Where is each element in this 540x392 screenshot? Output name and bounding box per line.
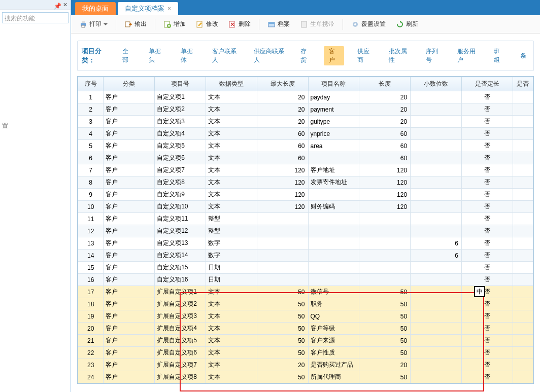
cell[interactable] xyxy=(411,298,462,310)
cell[interactable] xyxy=(513,128,533,140)
cell[interactable]: 文本 xyxy=(206,347,257,359)
cell[interactable]: 发票寄件地址 xyxy=(308,176,359,189)
cell[interactable]: 客户 xyxy=(104,286,155,298)
cell[interactable] xyxy=(411,140,462,152)
cell[interactable]: 否 xyxy=(461,359,513,371)
cell[interactable]: 客户 xyxy=(104,128,155,140)
delete-button[interactable]: 删除 xyxy=(224,19,255,29)
category-customer[interactable]: 客户 xyxy=(324,46,344,65)
cell[interactable] xyxy=(411,189,462,201)
cell[interactable] xyxy=(513,152,533,164)
cell[interactable]: 120 xyxy=(257,164,308,176)
cell[interactable]: 14 xyxy=(78,250,104,262)
col-dtype[interactable]: 数据类型 xyxy=(206,77,257,91)
cell[interactable]: 所属代理商 xyxy=(308,371,359,383)
cover-settings-button[interactable]: 覆盖设置 xyxy=(347,19,390,29)
cell[interactable]: 自定义项14 xyxy=(155,250,206,262)
cell[interactable]: 50 xyxy=(359,347,411,359)
sidebar-item[interactable]: 置 xyxy=(0,106,71,137)
cell[interactable]: area xyxy=(308,140,359,152)
cell[interactable]: 12 xyxy=(78,225,104,237)
cell[interactable]: 否 xyxy=(461,189,513,201)
cell[interactable]: 文本 xyxy=(206,91,257,103)
cell[interactable]: 自定义项10 xyxy=(155,201,206,213)
cell[interactable]: 微信号 xyxy=(308,286,359,298)
cell[interactable]: 20 xyxy=(257,103,308,116)
cell[interactable]: 2 xyxy=(78,103,104,116)
cell[interactable] xyxy=(411,225,462,237)
cell[interactable]: 50 xyxy=(359,310,411,323)
col-dec[interactable]: 小数位数 xyxy=(411,77,462,91)
cell[interactable]: guitype xyxy=(308,116,359,128)
table-row[interactable]: 10客户自定义项10文本120财务编码120否 xyxy=(78,201,533,213)
cell[interactable] xyxy=(513,164,533,176)
table-row[interactable]: 18客户扩展自定义项2文本50职务50否 xyxy=(78,298,533,310)
cell[interactable]: 文本 xyxy=(206,189,257,201)
carry-button[interactable]: 生单携带 xyxy=(296,19,339,29)
cell[interactable]: 6 xyxy=(411,237,462,250)
cell[interactable]: 职务 xyxy=(308,298,359,310)
close-tab-icon[interactable]: × xyxy=(167,5,171,12)
cell[interactable]: 扩展自定义项6 xyxy=(155,347,206,359)
cell[interactable] xyxy=(308,237,359,250)
cell[interactable] xyxy=(359,274,411,286)
cell[interactable] xyxy=(411,262,462,274)
cell[interactable]: 6 xyxy=(78,152,104,164)
table-row[interactable]: 13客户自定义项13数字6否 xyxy=(78,237,533,250)
cell[interactable]: 文本 xyxy=(206,152,257,164)
cell[interactable]: 120 xyxy=(359,176,411,189)
cell[interactable] xyxy=(308,274,359,286)
cell[interactable] xyxy=(513,274,533,286)
cell[interactable]: 24 xyxy=(78,371,104,383)
cell[interactable]: 自定义项15 xyxy=(155,262,206,274)
cell[interactable]: 否 xyxy=(461,323,513,335)
cell[interactable] xyxy=(308,189,359,201)
cell[interactable] xyxy=(411,359,462,371)
table-row[interactable]: 8客户自定义项8文本120发票寄件地址120否 xyxy=(78,176,533,189)
cell[interactable]: 客户 xyxy=(104,176,155,189)
cell[interactable]: 7 xyxy=(78,164,104,176)
table-row[interactable]: 17客户扩展自定义项1文本50微信号50否 xyxy=(78,286,533,298)
search-input[interactable]: 搜索的功能 xyxy=(2,12,69,23)
cell[interactable]: 整型 xyxy=(206,225,257,237)
category-inventory[interactable]: 存货 xyxy=(297,46,314,65)
cell[interactable]: 否 xyxy=(461,286,513,298)
cell[interactable]: 50 xyxy=(257,335,308,347)
cell[interactable]: 18 xyxy=(78,298,104,310)
cell[interactable]: 否 xyxy=(461,91,513,103)
cell[interactable]: 20 xyxy=(359,359,411,371)
cell[interactable]: 客户 xyxy=(104,371,155,383)
col-maxlen[interactable]: 最大长度 xyxy=(257,77,308,91)
cell[interactable]: 60 xyxy=(359,152,411,164)
cell[interactable] xyxy=(513,140,533,152)
cell[interactable] xyxy=(411,323,462,335)
pin-icon[interactable]: 📌 xyxy=(54,3,59,8)
category-vendor-contact[interactable]: 供应商联系人 xyxy=(251,46,287,65)
cell[interactable] xyxy=(411,335,462,347)
cell[interactable] xyxy=(513,201,533,213)
cell[interactable]: 否 xyxy=(461,140,513,152)
cell[interactable] xyxy=(513,91,533,103)
col-fixed[interactable]: 是否定长 xyxy=(461,77,513,91)
table-row[interactable]: 1客户自定义项1文本20payday20否 xyxy=(78,91,533,103)
cell[interactable]: 60 xyxy=(359,140,411,152)
cell[interactable]: 扩展自定义项1 xyxy=(155,286,206,298)
cell[interactable]: 120 xyxy=(359,164,411,176)
category-batch[interactable]: 批次属性 xyxy=(386,46,412,65)
cell[interactable] xyxy=(411,201,462,213)
cell[interactable]: 文本 xyxy=(206,164,257,176)
cell[interactable] xyxy=(359,213,411,225)
cell[interactable]: 5 xyxy=(78,140,104,152)
cell[interactable] xyxy=(411,274,462,286)
cell[interactable]: 120 xyxy=(359,201,411,213)
cell[interactable]: 客户 xyxy=(104,347,155,359)
table-row[interactable]: 22客户扩展自定义项6文本50客户性质50否 xyxy=(78,347,533,359)
cell[interactable]: 20 xyxy=(257,91,308,103)
cell[interactable] xyxy=(359,225,411,237)
table-row[interactable]: 3客户自定义项3文本20guitype20否 xyxy=(78,116,533,128)
print-button[interactable]: 打印 xyxy=(75,19,112,29)
cell[interactable]: 50 xyxy=(359,335,411,347)
cell[interactable]: 120 xyxy=(359,189,411,201)
cell[interactable]: 50 xyxy=(359,323,411,335)
cell[interactable] xyxy=(513,237,533,250)
